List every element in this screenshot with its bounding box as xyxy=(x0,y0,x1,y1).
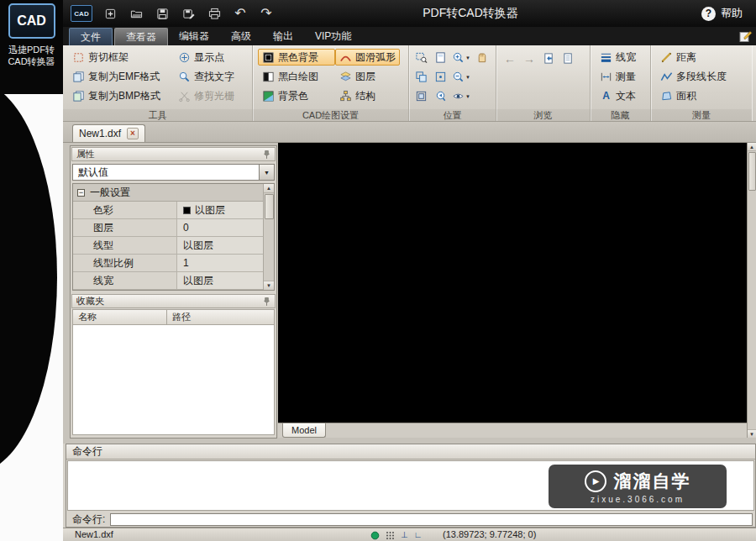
browse-sheet-button[interactable] xyxy=(559,50,576,66)
scroll-thumb[interactable] xyxy=(265,194,274,219)
snap-status-icon[interactable] xyxy=(370,531,380,540)
pan-button[interactable] xyxy=(474,50,491,66)
polyline-length-label: 多段线长度 xyxy=(676,70,727,84)
favorites-col-path[interactable]: 路径 xyxy=(166,309,275,325)
open-file-button[interactable] xyxy=(128,5,144,22)
zoom-scale-button[interactable] xyxy=(412,88,429,104)
angle-status-icon[interactable]: ∟ xyxy=(414,531,423,539)
tab-viewer[interactable]: 查看器 xyxy=(114,28,168,45)
favorites-col-name[interactable]: 名称 xyxy=(72,309,166,325)
page-arrow-icon xyxy=(543,52,555,65)
pin-icon[interactable] xyxy=(263,297,270,307)
document-tab[interactable]: New1.dxf × xyxy=(72,124,145,142)
browse-back-button[interactable]: ← xyxy=(501,50,518,66)
property-row-layer[interactable]: 图层 0 xyxy=(73,219,263,237)
polyline-length-icon xyxy=(660,71,673,83)
measure-toggle-button[interactable]: 测量 xyxy=(596,68,647,85)
command-input[interactable] xyxy=(110,513,753,526)
property-row-color[interactable]: 色彩 以图层 xyxy=(73,202,263,219)
smooth-arc-label: 圆滑弧形 xyxy=(355,50,396,65)
views-button[interactable]: ▼ xyxy=(451,88,471,104)
tab-close-button[interactable]: × xyxy=(127,128,139,139)
browse-page-button[interactable] xyxy=(540,50,557,66)
tab-output[interactable]: 输出 xyxy=(262,27,304,45)
trim-raster-button[interactable]: 修剪光栅 xyxy=(174,87,239,104)
tab-advanced[interactable]: 高级 xyxy=(220,27,262,45)
lineweight-button[interactable]: 线宽 xyxy=(596,49,647,66)
command-prompt-label: 命令行: xyxy=(72,512,105,527)
structure-button[interactable]: 结构 xyxy=(335,87,400,104)
print-button[interactable] xyxy=(206,5,223,22)
redo-icon: ↷ xyxy=(260,7,271,20)
property-row-linetype[interactable]: 线型 以图层 xyxy=(73,237,263,255)
background-color-button[interactable]: 背景色 xyxy=(258,87,335,104)
canvas-scroll-down-icon[interactable]: ▼ xyxy=(748,429,756,438)
show-points-button[interactable]: 显示点 xyxy=(174,49,239,66)
find-text-button[interactable]: 查找文字 xyxy=(174,68,239,85)
pin-icon[interactable] xyxy=(263,150,270,160)
cad-logo-text: CAD xyxy=(17,13,46,29)
tab-vip[interactable]: VIP功能 xyxy=(304,27,362,45)
scroll-down-icon[interactable]: ▼ xyxy=(264,281,274,290)
ribbon-group-position: ▼ ▼ ▼ 位置 xyxy=(409,45,496,121)
text-toggle-button[interactable]: A 文本 xyxy=(596,87,647,104)
app-icon[interactable]: CAD xyxy=(71,5,92,22)
copy-emf-button[interactable]: 复制为EMF格式 xyxy=(68,68,174,85)
bw-drawing-button[interactable]: 黑白绘图 xyxy=(258,68,335,85)
zoom-previous-button[interactable] xyxy=(432,88,449,104)
grid-status-icon[interactable] xyxy=(386,531,395,540)
area-button[interactable]: 面积 xyxy=(656,87,748,104)
zoom-in-button[interactable]: ▼ xyxy=(451,50,471,66)
watermark-row: ▶ 溜溜自学 xyxy=(585,470,691,493)
smooth-arc-button[interactable]: 圆滑弧形 xyxy=(335,49,400,66)
annotate-button[interactable] xyxy=(739,29,753,43)
zoom-sheet-button[interactable] xyxy=(432,50,449,66)
tab-file[interactable]: 文件 xyxy=(69,28,113,45)
canvas-scrollbar[interactable]: ▲ ▼ xyxy=(747,143,756,438)
collapse-box-icon[interactable]: − xyxy=(77,189,85,197)
canvas-scroll-thumb[interactable] xyxy=(748,152,756,191)
preset-dropdown[interactable]: 默认值 ▼ xyxy=(72,164,275,181)
undo-button[interactable]: ↶ xyxy=(232,5,249,22)
distance-label: 距离 xyxy=(676,50,696,65)
help-button[interactable]: ? 帮助 xyxy=(701,0,743,27)
favorites-list[interactable] xyxy=(72,325,275,435)
tab-editor[interactable]: 编辑器 xyxy=(168,27,220,45)
forward-arrow-icon: → xyxy=(523,52,535,66)
property-grid-scrollbar[interactable]: ▲ ▼ xyxy=(263,184,274,290)
property-row-ltscale[interactable]: 线型比例 1 xyxy=(73,255,263,272)
polyline-length-button[interactable]: 多段线长度 xyxy=(656,68,748,85)
browse-forward-button[interactable]: → xyxy=(521,50,538,66)
zoom-selection-button[interactable] xyxy=(412,69,429,85)
zoom-border-button[interactable] xyxy=(432,69,449,85)
property-value: 1 xyxy=(177,255,263,271)
property-row-lineweight[interactable]: 线宽 以图层 xyxy=(73,272,263,290)
redo-button[interactable]: ↷ xyxy=(258,5,275,22)
copy-bmp-button[interactable]: 复制为BMP格式 xyxy=(68,87,174,104)
titlebar: CAD ↶ ↷ PDF转CAD转换器 ? 帮助 xyxy=(0,0,756,27)
copy-emf-icon xyxy=(72,71,85,83)
scroll-up-icon[interactable]: ▲ xyxy=(264,184,274,193)
help-icon: ? xyxy=(701,7,716,21)
distance-button[interactable]: 距离 xyxy=(656,49,748,66)
save-button[interactable] xyxy=(154,5,171,22)
save-as-button[interactable] xyxy=(180,5,197,22)
zoom-out-button[interactable]: ▼ xyxy=(451,69,471,85)
property-category-row[interactable]: − 一般设置 xyxy=(73,184,263,202)
command-output[interactable]: ▶ 溜溜自学 zixue.3066.com xyxy=(67,460,754,511)
model-tab[interactable]: Model xyxy=(282,423,326,438)
property-label: 线宽 xyxy=(73,272,177,289)
layers-label: 图层 xyxy=(355,70,375,84)
play-icon: ▶ xyxy=(593,476,600,486)
ortho-status-icon[interactable]: ⊥ xyxy=(401,531,408,539)
drawing-canvas[interactable] xyxy=(278,143,747,423)
black-background-button[interactable]: 黑色背景 xyxy=(258,49,335,66)
canvas-scroll-up-icon[interactable]: ▲ xyxy=(748,143,756,151)
property-value: 0 xyxy=(177,219,263,236)
crop-frame-button[interactable]: 剪切框架 xyxy=(68,49,174,66)
new-file-button[interactable] xyxy=(102,5,118,22)
zoom-window-button[interactable] xyxy=(412,50,429,66)
layers-button[interactable]: 图层 xyxy=(335,68,400,85)
dropdown-arrow-icon[interactable]: ▼ xyxy=(259,165,274,180)
status-toggles: ⊥ ∟ xyxy=(370,528,423,541)
